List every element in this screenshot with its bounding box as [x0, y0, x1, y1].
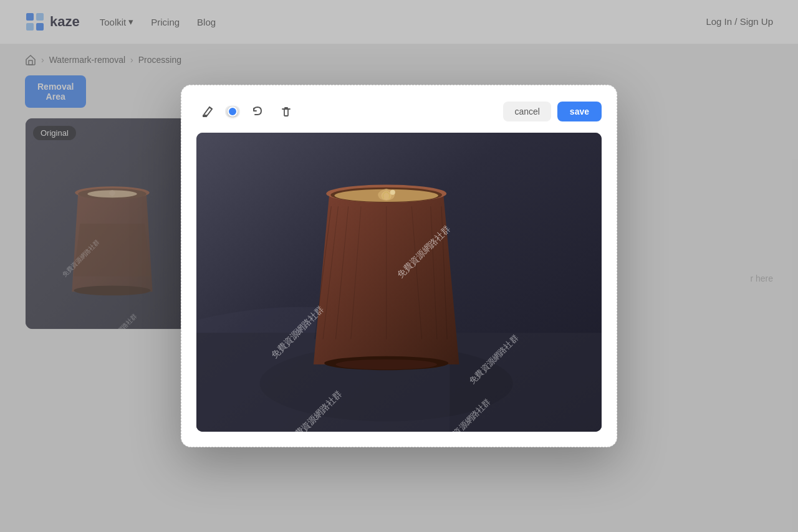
undo-button[interactable] — [246, 100, 269, 123]
watermark-editor-modal: cancel save — [181, 85, 617, 447]
brush-size-slider-container — [225, 106, 240, 117]
cancel-button[interactable]: cancel — [503, 102, 550, 121]
svg-point-27 — [390, 190, 395, 195]
slider-thumb — [228, 107, 238, 116]
delete-button[interactable] — [275, 100, 297, 123]
brush-icon — [196, 100, 219, 123]
modal-toolbar: cancel save — [196, 100, 602, 123]
modal-backdrop[interactable]: cancel save — [0, 0, 798, 532]
save-button[interactable]: save — [557, 102, 602, 121]
svg-point-29 — [335, 359, 437, 369]
modal-image-area[interactable]: 免費資源網路社群 免費資源網路社群 免費資源網路社群 免費資源網路社群 免費資源… — [196, 133, 602, 432]
